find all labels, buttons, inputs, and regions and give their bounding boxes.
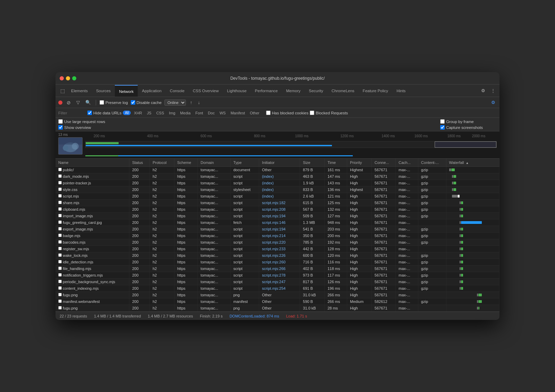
- row-select-checkbox[interactable]: [58, 253, 62, 257]
- filter-icon[interactable]: ▽: [75, 99, 81, 106]
- hide-data-urls-checkbox[interactable]: Hide data URLs: [87, 111, 121, 115]
- th-status[interactable]: Status: [129, 159, 150, 167]
- row-select-checkbox[interactable]: [58, 260, 62, 263]
- tab-performance[interactable]: Performance: [251, 85, 282, 97]
- tab-css-overview[interactable]: CSS Overview: [189, 85, 223, 97]
- row-select-checkbox[interactable]: [58, 240, 62, 244]
- initiator-link[interactable]: script.mjs:247: [262, 280, 285, 284]
- group-by-frame-checkbox[interactable]: Group by frame: [440, 119, 483, 124]
- row-select-checkbox[interactable]: [58, 220, 62, 224]
- table-row[interactable]: idle_detection.mjs 200 h2 https tomayac.…: [56, 259, 500, 265]
- table-row[interactable]: export_image.mjs 200 h2 https tomayac...…: [56, 226, 500, 233]
- row-select-checkbox[interactable]: [58, 234, 62, 237]
- blocked-requests-input[interactable]: [310, 111, 314, 115]
- disable-cache-checkbox[interactable]: Disable cache: [131, 100, 162, 105]
- filter-tag-ws[interactable]: WS: [218, 110, 228, 116]
- initiator-link[interactable]: (index): [262, 188, 274, 192]
- table-row[interactable]: public/ 200 h2 https tomayac... document…: [56, 167, 500, 173]
- filter-tag-js[interactable]: JS: [145, 110, 153, 116]
- filter-tag-doc[interactable]: Doc: [206, 110, 216, 116]
- th-domain[interactable]: Domain: [198, 159, 230, 167]
- initiator-link[interactable]: script.mjs:220: [262, 240, 285, 244]
- th-scheme[interactable]: Scheme: [174, 159, 198, 167]
- table-row[interactable]: content_indexing.mjs 200 h2 https tomaya…: [56, 285, 500, 292]
- initiator-link[interactable]: script.mjs:182: [262, 201, 285, 205]
- th-waterfall[interactable]: Waterfall ▲: [446, 159, 499, 167]
- show-overview-checkbox[interactable]: Show overview: [58, 125, 105, 130]
- th-protocol[interactable]: Protocol: [150, 159, 174, 167]
- tab-application[interactable]: Application: [138, 85, 165, 97]
- tab-sources[interactable]: Sources: [92, 85, 115, 97]
- search-icon[interactable]: 🔍: [84, 99, 92, 106]
- network-settings-icon[interactable]: ⚙: [490, 99, 497, 106]
- filter-tag-other[interactable]: Other: [248, 110, 261, 116]
- tab-security[interactable]: Security: [305, 85, 327, 97]
- th-time[interactable]: Time: [325, 159, 347, 167]
- download-icon[interactable]: ↓: [196, 99, 202, 106]
- upload-icon[interactable]: ↑: [189, 99, 194, 106]
- hide-data-urls-input[interactable]: [87, 111, 92, 115]
- tab-chromelens[interactable]: ChromeLens: [327, 85, 359, 97]
- table-row[interactable]: register_sw.mjs 200 h2 https tomayac... …: [56, 246, 500, 252]
- blocked-requests-checkbox[interactable]: Blocked Requests: [310, 111, 348, 115]
- capture-screenshots-checkbox[interactable]: Capture screenshots: [440, 125, 483, 130]
- initiator-link[interactable]: script.mjs:278: [262, 273, 285, 277]
- row-select-checkbox[interactable]: [58, 174, 62, 178]
- table-row[interactable]: pointer-tracker.js 200 h2 https tomayac.…: [56, 180, 500, 186]
- initiator-link[interactable]: script.mjs:260: [262, 260, 285, 264]
- group-by-frame-input[interactable]: [440, 119, 445, 124]
- tab-lighthouse[interactable]: Lighthouse: [223, 85, 251, 97]
- th-cache[interactable]: Cach...: [395, 159, 418, 167]
- row-select-checkbox[interactable]: [58, 181, 62, 184]
- tab-feature-policy[interactable]: Feature Policy: [359, 85, 393, 97]
- network-table-container[interactable]: Name Status Protocol Scheme Domain Type …: [56, 159, 500, 312]
- table-row[interactable]: dark_mode.mjs 200 h2 https tomayac... sc…: [56, 173, 500, 180]
- th-name[interactable]: Name: [56, 159, 129, 167]
- row-select-checkbox[interactable]: [58, 227, 62, 230]
- filter-tag-img[interactable]: Img: [167, 110, 177, 116]
- table-row[interactable]: periodic_background_sync.mjs 200 h2 http…: [56, 279, 500, 285]
- tab-console[interactable]: Console: [166, 85, 189, 97]
- filter-input[interactable]: [58, 111, 86, 115]
- throttle-dropdown[interactable]: Online: [164, 99, 186, 106]
- preserve-log-input[interactable]: [100, 100, 104, 105]
- initiator-link[interactable]: script.mjs:254: [262, 286, 285, 290]
- row-select-checkbox[interactable]: [58, 293, 62, 296]
- initiator-link[interactable]: (index): [262, 181, 274, 185]
- th-type[interactable]: Type: [230, 159, 259, 167]
- row-select-checkbox[interactable]: [58, 299, 62, 303]
- preserve-log-checkbox[interactable]: Preserve log: [100, 100, 128, 105]
- filter-tag-font[interactable]: Font: [194, 110, 205, 116]
- table-row[interactable]: share.mjs 200 h2 https tomayac... script…: [56, 200, 500, 206]
- row-select-checkbox[interactable]: [58, 247, 62, 250]
- viewport-selector[interactable]: [435, 141, 496, 148]
- has-blocked-cookies-input[interactable]: [266, 111, 271, 115]
- th-size[interactable]: Size: [300, 159, 325, 167]
- table-row[interactable]: badge.mjs 200 h2 https tomayac... script…: [56, 233, 500, 239]
- initiator-link[interactable]: (index): [262, 174, 274, 178]
- initiator-link[interactable]: script.mjs:233: [262, 247, 285, 251]
- table-row[interactable]: style.css 200 h2 https tomayac... styles…: [56, 186, 500, 193]
- settings-icon[interactable]: ⚙: [480, 87, 487, 94]
- table-row[interactable]: script.mjs 200 h2 https tomayac... scrip…: [56, 193, 500, 200]
- row-select-checkbox[interactable]: [58, 207, 62, 211]
- th-content[interactable]: Content-...: [418, 159, 446, 167]
- record-button[interactable]: [58, 101, 62, 105]
- table-row[interactable]: import_image.mjs 200 h2 https tomayac...…: [56, 213, 500, 219]
- row-select-checkbox[interactable]: [58, 168, 62, 171]
- row-select-checkbox[interactable]: [58, 267, 62, 270]
- row-select-checkbox[interactable]: [58, 273, 62, 277]
- more-icon[interactable]: ⋮: [489, 87, 497, 94]
- initiator-link[interactable]: script.mjs:214: [262, 234, 285, 238]
- table-row[interactable]: fugu.png 200 h2 https tomayac... png Oth…: [56, 305, 500, 312]
- row-select-checkbox[interactable]: [58, 188, 62, 191]
- filter-tag-xhr[interactable]: XHR: [132, 110, 144, 116]
- filter-tag-css[interactable]: CSS: [154, 110, 166, 116]
- table-row[interactable]: clipboard.mjs 200 h2 https tomayac... sc…: [56, 206, 500, 213]
- row-select-checkbox[interactable]: [58, 201, 62, 204]
- table-row[interactable]: wake_lock.mjs 200 h2 https tomayac... sc…: [56, 252, 500, 259]
- maximize-button[interactable]: [72, 76, 76, 80]
- tab-elements[interactable]: Elements: [67, 85, 92, 97]
- initiator-link[interactable]: script.mjs:208: [262, 207, 285, 211]
- close-button[interactable]: [60, 76, 64, 80]
